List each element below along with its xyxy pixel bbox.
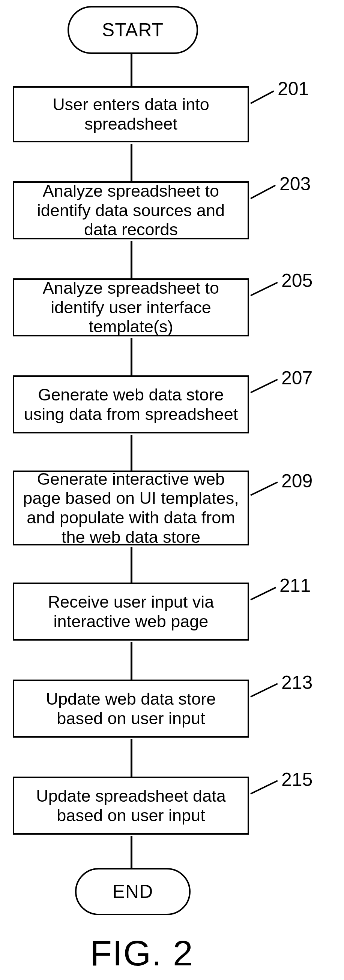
connector	[131, 241, 133, 278]
connector	[131, 338, 133, 375]
process-text: Update spreadsheet data based on user in…	[21, 786, 241, 825]
process-box: Analyze spreadsheet to identify user int…	[13, 278, 249, 336]
start-terminator: START	[67, 6, 198, 54]
start-label: START	[102, 19, 163, 41]
process-box: Receive user input via interactive web p…	[13, 582, 249, 641]
ref-leader	[250, 481, 278, 496]
process-box: Update spreadsheet data based on user in…	[13, 776, 249, 835]
ref-leader	[250, 683, 278, 698]
process-text: Analyze spreadsheet to identify data sou…	[21, 181, 241, 239]
ref-label: 209	[282, 470, 312, 492]
connector	[131, 144, 133, 181]
process-text: Generate web data store using data from …	[21, 385, 241, 424]
connector	[131, 435, 133, 471]
connector	[131, 642, 133, 679]
process-text: Update web data store based on user inpu…	[21, 689, 241, 728]
connector	[131, 52, 133, 86]
ref-label: 203	[280, 173, 310, 195]
ref-leader	[250, 379, 278, 393]
ref-label: 207	[282, 367, 312, 389]
process-box: Analyze spreadsheet to identify data sou…	[13, 181, 249, 239]
process-text: Generate interactive web page based on U…	[21, 469, 241, 547]
ref-leader	[250, 185, 276, 199]
process-box: Generate web data store using data from …	[13, 375, 249, 433]
connector	[131, 739, 133, 776]
process-text: User enters data into spreadsheet	[21, 95, 241, 134]
end-terminator: END	[75, 868, 190, 915]
process-box: User enters data into spreadsheet	[13, 86, 249, 142]
ref-label: 201	[278, 78, 309, 100]
connector	[131, 836, 133, 868]
ref-label: 213	[282, 672, 312, 694]
figure-label: FIG. 2	[90, 933, 194, 974]
process-box: Generate interactive web page based on U…	[13, 471, 249, 546]
ref-label: 205	[282, 270, 312, 291]
ref-label: 211	[280, 575, 310, 597]
ref-leader	[250, 780, 278, 795]
flowchart-canvas: START User enters data into spreadsheet …	[0, 0, 344, 980]
connector	[131, 547, 133, 582]
ref-leader	[250, 90, 274, 104]
process-box: Update web data store based on user inpu…	[13, 679, 249, 738]
ref-label: 215	[282, 769, 312, 791]
ref-leader	[250, 282, 278, 296]
process-text: Receive user input via interactive web p…	[21, 592, 241, 631]
process-text: Analyze spreadsheet to identify user int…	[21, 278, 241, 336]
end-label: END	[112, 881, 154, 902]
ref-leader	[250, 587, 276, 600]
